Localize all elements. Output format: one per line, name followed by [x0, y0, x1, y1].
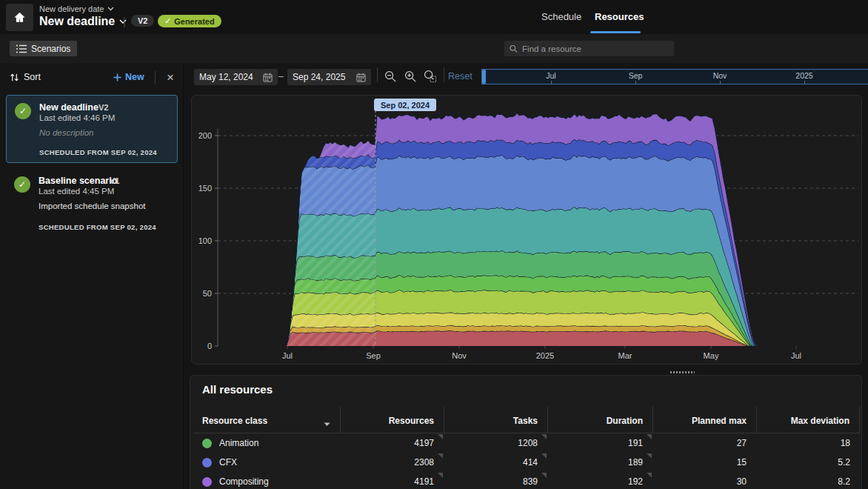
sort-button[interactable]: Sort [10, 72, 41, 82]
home-button[interactable] [6, 4, 33, 31]
max-deviation-value: 18 [756, 433, 860, 453]
all-resources-panel: All resources Resource class Resources T… [190, 375, 862, 489]
minimap-tick-label: Jul [546, 71, 555, 80]
max-deviation-value: 8.2 [756, 472, 860, 489]
home-icon [13, 10, 27, 24]
title-divider: | [123, 16, 126, 27]
svg-text:May: May [704, 351, 719, 360]
scenario-last-edited: Last edited 4:46 PM [39, 113, 115, 122]
top-bar: New delivery date New deadline | V2 ✓ Ge… [0, 0, 868, 34]
section-title: All resources [202, 383, 273, 396]
column-planned-max[interactable]: Planned max [652, 407, 756, 433]
sort-arrows-icon [10, 73, 19, 82]
column-resource-class[interactable]: Resource class [193, 407, 340, 433]
main-content: May 12, 2024 – Sep 24, 2025 Reset JulSep… [184, 63, 868, 489]
svg-text:150: 150 [198, 184, 212, 193]
svg-text:200: 200 [198, 131, 212, 140]
table-row[interactable]: CFX 2308 414 189 15 5.2 [193, 453, 860, 472]
tab-resources[interactable]: Resources [595, 11, 644, 22]
timeline-minimap[interactable]: JulSepNov2025 [481, 69, 868, 84]
tasks-value: 1208 [444, 433, 547, 453]
column-tasks[interactable]: Tasks [444, 407, 547, 433]
stacked-area-chart[interactable]: 050100150200JulSepNov2025MarMayJulSep 02… [192, 96, 861, 364]
divider [155, 71, 156, 84]
svg-text:Sep: Sep [366, 351, 381, 360]
date-from-input[interactable]: May 12, 2024 [194, 69, 278, 85]
active-tab-underline [590, 31, 641, 33]
svg-text:100: 100 [198, 236, 212, 245]
check-circle-icon: ✓ [15, 103, 31, 119]
zoom-in-button[interactable] [402, 68, 418, 84]
table-row[interactable]: Compositing 4191 839 192 30 8.2 [193, 472, 860, 489]
zoom-in-icon [404, 70, 417, 83]
resource-chart-panel[interactable]: 050100150200JulSepNov2025MarMayJulSep 02… [191, 95, 862, 365]
svg-text:Mar: Mar [618, 351, 632, 360]
table-body: Animation 4197 1208 191 27 18 CFX 2308 4… [193, 433, 860, 489]
date-to-input[interactable]: Sep 24, 2025 [287, 69, 371, 85]
calendar-icon [263, 73, 273, 82]
class-color-dot [202, 439, 212, 448]
duration-value: 191 [547, 433, 652, 453]
breadcrumb[interactable]: New delivery date [39, 4, 114, 13]
calendar-icon [356, 73, 366, 82]
tasks-value: 839 [444, 472, 547, 489]
page-title: New deadline [39, 15, 115, 28]
resource-class-name: Compositing [219, 476, 269, 487]
scenario-description: No description [39, 128, 94, 137]
svg-text:Nov: Nov [452, 351, 467, 360]
search-input[interactable] [522, 44, 669, 53]
scenario-version: V2 [99, 103, 108, 112]
minimap-tick [635, 81, 636, 84]
class-color-dot [202, 477, 212, 487]
resources-table: Resource class Resources Tasks Duration … [193, 407, 860, 489]
new-scenario-button[interactable]: New [113, 72, 144, 82]
scenario-card-baseline[interactable]: ✓ Baseline scenario V1 Last edited 4:45 … [6, 169, 178, 237]
scenarios-button-label: Scenarios [31, 44, 70, 54]
scenario-card-new-deadline[interactable]: ✓ New deadline V2 Last edited 4:46 PM No… [6, 95, 178, 163]
panel-resize-handle[interactable] [670, 371, 695, 373]
scenario-title-dropdown[interactable]: New deadline [39, 15, 127, 28]
scenario-title: New deadline [39, 102, 99, 113]
tab-schedule[interactable]: Schedule [541, 11, 581, 22]
close-icon[interactable]: × [164, 69, 177, 87]
svg-text:2025: 2025 [536, 351, 554, 360]
check-circle-icon: ✓ [14, 176, 30, 193]
planned-max-value: 15 [652, 453, 756, 472]
svg-text:50: 50 [203, 289, 212, 298]
sort-label: Sort [24, 72, 41, 82]
minimap-tick [551, 81, 552, 84]
column-resources[interactable]: Resources [340, 407, 444, 433]
check-icon: ✓ [164, 16, 171, 26]
column-max-deviation[interactable]: Max deviation [756, 407, 860, 433]
scenario-description: Imported schedule snapshot [39, 202, 145, 210]
zoom-to-selection-button[interactable] [422, 68, 438, 84]
scenario-scheduled-from: SCHEDULED FROM SEP 02, 2024 [39, 223, 156, 231]
column-duration[interactable]: Duration [547, 407, 652, 433]
tasks-value: 414 [444, 453, 547, 472]
svg-text:0: 0 [207, 342, 212, 350]
minimap-left-handle[interactable] [482, 70, 486, 84]
planned-max-value: 27 [652, 433, 756, 453]
breadcrumb-label: New delivery date [39, 4, 104, 13]
zoom-out-button[interactable] [382, 68, 398, 84]
list-icon [16, 44, 27, 53]
duration-value: 189 [547, 453, 652, 472]
minimap-tick-label: Nov [713, 71, 727, 80]
reset-button[interactable]: Reset [448, 71, 473, 82]
svg-text:Jul: Jul [282, 351, 293, 360]
search-icon [510, 44, 518, 53]
table-header-row: Resource class Resources Tasks Duration … [193, 407, 860, 433]
duration-value: 192 [547, 472, 652, 489]
planned-max-value: 30 [652, 472, 756, 489]
scenario-title: Baseline scenario [39, 176, 117, 186]
version-badge: V2 [131, 15, 154, 27]
plus-icon [113, 73, 121, 82]
scenarios-sidebar: Sort New × ✓ New deadline V2 Last edited… [0, 63, 184, 489]
minimap-tick-label: Sep [629, 71, 643, 80]
scenarios-button[interactable]: Scenarios [10, 41, 77, 56]
resources-value: 4197 [340, 433, 444, 453]
class-color-dot [202, 458, 212, 468]
table-row[interactable]: Animation 4197 1208 191 27 18 [193, 433, 860, 453]
divider [377, 67, 378, 82]
sidebar-header: Sort New × [0, 69, 184, 90]
